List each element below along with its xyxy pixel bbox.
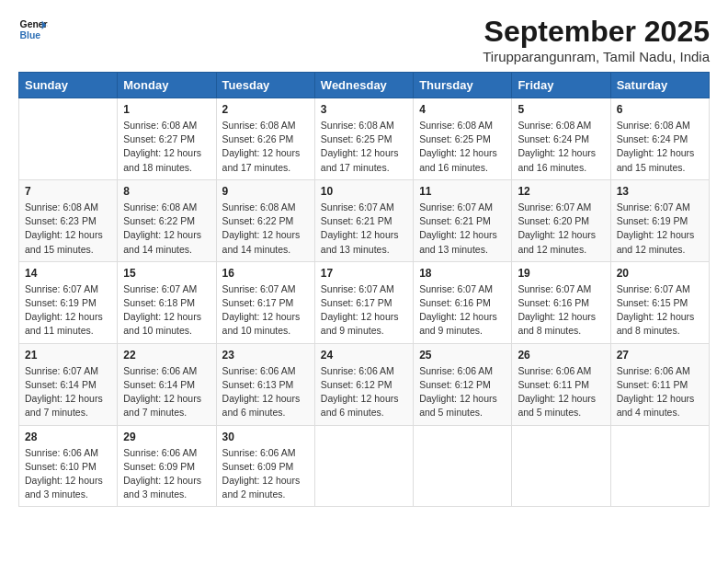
calendar-cell: 24Sunrise: 6:06 AM Sunset: 6:12 PM Dayli… xyxy=(314,343,413,425)
cell-info: Sunrise: 6:07 AM Sunset: 6:18 PM Dayligh… xyxy=(123,282,210,339)
calendar-cell: 27Sunrise: 6:06 AM Sunset: 6:11 PM Dayli… xyxy=(610,343,709,425)
calendar-cell xyxy=(610,425,709,507)
calendar-cell: 14Sunrise: 6:07 AM Sunset: 6:19 PM Dayli… xyxy=(19,261,118,343)
calendar-cell: 9Sunrise: 6:08 AM Sunset: 6:22 PM Daylig… xyxy=(216,179,314,261)
calendar-cell: 2Sunrise: 6:08 AM Sunset: 6:26 PM Daylig… xyxy=(216,98,314,180)
calendar-cell: 10Sunrise: 6:07 AM Sunset: 6:21 PM Dayli… xyxy=(314,179,413,261)
day-number: 23 xyxy=(222,349,309,362)
header: General Blue September 2025 Tirupparangu… xyxy=(18,15,710,64)
calendar-week-row: 7Sunrise: 6:08 AM Sunset: 6:23 PM Daylig… xyxy=(19,179,710,261)
calendar-cell xyxy=(314,425,413,507)
day-header-saturday: Saturday xyxy=(610,73,709,98)
day-header-friday: Friday xyxy=(512,73,610,98)
day-number: 11 xyxy=(419,185,506,198)
day-number: 10 xyxy=(321,185,407,198)
calendar-cell: 18Sunrise: 6:07 AM Sunset: 6:16 PM Dayli… xyxy=(414,261,512,343)
title-block: September 2025 Tirupparangunram, Tamil N… xyxy=(483,15,710,64)
calendar-week-row: 1Sunrise: 6:08 AM Sunset: 6:27 PM Daylig… xyxy=(19,98,710,180)
day-number: 5 xyxy=(518,103,604,116)
calendar-cell: 28Sunrise: 6:06 AM Sunset: 6:10 PM Dayli… xyxy=(19,425,118,507)
calendar-cell xyxy=(19,98,118,180)
day-number: 2 xyxy=(222,103,309,116)
calendar-cell: 23Sunrise: 6:06 AM Sunset: 6:13 PM Dayli… xyxy=(216,343,314,425)
day-number: 21 xyxy=(25,349,111,362)
cell-info: Sunrise: 6:06 AM Sunset: 6:13 PM Dayligh… xyxy=(222,364,309,420)
cell-info: Sunrise: 6:07 AM Sunset: 6:14 PM Dayligh… xyxy=(25,364,111,420)
cell-info: Sunrise: 6:07 AM Sunset: 6:17 PM Dayligh… xyxy=(222,282,309,339)
cell-info: Sunrise: 6:06 AM Sunset: 6:09 PM Dayligh… xyxy=(222,446,309,502)
cell-info: Sunrise: 6:08 AM Sunset: 6:22 PM Dayligh… xyxy=(222,201,309,257)
month-title: September 2025 xyxy=(483,15,710,49)
cell-info: Sunrise: 6:07 AM Sunset: 6:20 PM Dayligh… xyxy=(518,201,604,257)
day-number: 1 xyxy=(123,103,210,116)
cell-info: Sunrise: 6:06 AM Sunset: 6:09 PM Dayligh… xyxy=(123,446,210,502)
calendar-cell: 12Sunrise: 6:07 AM Sunset: 6:20 PM Dayli… xyxy=(512,179,610,261)
calendar-cell xyxy=(414,425,512,507)
cell-info: Sunrise: 6:06 AM Sunset: 6:12 PM Dayligh… xyxy=(321,364,407,420)
calendar-header-row: SundayMondayTuesdayWednesdayThursdayFrid… xyxy=(19,73,710,98)
calendar-cell: 19Sunrise: 6:07 AM Sunset: 6:16 PM Dayli… xyxy=(512,261,610,343)
cell-info: Sunrise: 6:08 AM Sunset: 6:25 PM Dayligh… xyxy=(321,119,407,175)
day-header-thursday: Thursday xyxy=(414,73,512,98)
cell-info: Sunrise: 6:06 AM Sunset: 6:11 PM Dayligh… xyxy=(617,364,703,420)
cell-info: Sunrise: 6:08 AM Sunset: 6:22 PM Dayligh… xyxy=(123,201,210,257)
cell-info: Sunrise: 6:08 AM Sunset: 6:27 PM Dayligh… xyxy=(123,119,210,175)
calendar-cell: 4Sunrise: 6:08 AM Sunset: 6:25 PM Daylig… xyxy=(414,98,512,180)
cell-info: Sunrise: 6:06 AM Sunset: 6:14 PM Dayligh… xyxy=(123,364,210,420)
cell-info: Sunrise: 6:08 AM Sunset: 6:24 PM Dayligh… xyxy=(617,119,703,175)
cell-info: Sunrise: 6:06 AM Sunset: 6:11 PM Dayligh… xyxy=(518,364,604,420)
day-header-sunday: Sunday xyxy=(19,73,118,98)
day-number: 4 xyxy=(419,103,506,116)
day-number: 14 xyxy=(25,267,111,280)
calendar-week-row: 14Sunrise: 6:07 AM Sunset: 6:19 PM Dayli… xyxy=(19,261,710,343)
cell-info: Sunrise: 6:07 AM Sunset: 6:16 PM Dayligh… xyxy=(518,282,604,339)
calendar-cell: 16Sunrise: 6:07 AM Sunset: 6:17 PM Dayli… xyxy=(216,261,314,343)
cell-info: Sunrise: 6:08 AM Sunset: 6:25 PM Dayligh… xyxy=(419,119,506,175)
day-header-monday: Monday xyxy=(118,73,216,98)
calendar-cell: 3Sunrise: 6:08 AM Sunset: 6:25 PM Daylig… xyxy=(314,98,413,180)
calendar-cell: 30Sunrise: 6:06 AM Sunset: 6:09 PM Dayli… xyxy=(216,425,314,507)
cell-info: Sunrise: 6:07 AM Sunset: 6:17 PM Dayligh… xyxy=(321,282,407,339)
cell-info: Sunrise: 6:06 AM Sunset: 6:12 PM Dayligh… xyxy=(419,364,506,420)
day-number: 8 xyxy=(123,185,210,198)
day-number: 17 xyxy=(321,267,407,280)
cell-info: Sunrise: 6:08 AM Sunset: 6:24 PM Dayligh… xyxy=(518,119,604,175)
day-number: 18 xyxy=(419,267,506,280)
calendar-cell xyxy=(512,425,610,507)
cell-info: Sunrise: 6:07 AM Sunset: 6:19 PM Dayligh… xyxy=(25,282,111,339)
day-number: 7 xyxy=(25,185,111,198)
day-number: 6 xyxy=(617,103,703,116)
calendar-cell: 7Sunrise: 6:08 AM Sunset: 6:23 PM Daylig… xyxy=(19,179,118,261)
svg-text:Blue: Blue xyxy=(20,30,41,40)
calendar-cell: 21Sunrise: 6:07 AM Sunset: 6:14 PM Dayli… xyxy=(19,343,118,425)
calendar-week-row: 21Sunrise: 6:07 AM Sunset: 6:14 PM Dayli… xyxy=(19,343,710,425)
cell-info: Sunrise: 6:08 AM Sunset: 6:26 PM Dayligh… xyxy=(222,119,309,175)
cell-info: Sunrise: 6:07 AM Sunset: 6:21 PM Dayligh… xyxy=(419,201,506,257)
calendar-table: SundayMondayTuesdayWednesdayThursdayFrid… xyxy=(18,72,710,507)
day-number: 13 xyxy=(617,185,703,198)
day-number: 30 xyxy=(222,431,309,443)
day-number: 16 xyxy=(222,267,309,280)
day-number: 27 xyxy=(617,349,703,362)
day-header-wednesday: Wednesday xyxy=(314,73,413,98)
calendar-cell: 6Sunrise: 6:08 AM Sunset: 6:24 PM Daylig… xyxy=(610,98,709,180)
cell-info: Sunrise: 6:07 AM Sunset: 6:19 PM Dayligh… xyxy=(617,201,703,257)
day-number: 15 xyxy=(123,267,210,280)
location-title: Tirupparangunram, Tamil Nadu, India xyxy=(483,49,710,64)
day-number: 26 xyxy=(518,349,604,362)
day-header-tuesday: Tuesday xyxy=(216,73,314,98)
day-number: 9 xyxy=(222,185,309,198)
day-number: 29 xyxy=(123,431,210,443)
cell-info: Sunrise: 6:08 AM Sunset: 6:23 PM Dayligh… xyxy=(25,201,111,257)
calendar-cell: 20Sunrise: 6:07 AM Sunset: 6:15 PM Dayli… xyxy=(610,261,709,343)
calendar-cell: 15Sunrise: 6:07 AM Sunset: 6:18 PM Dayli… xyxy=(118,261,216,343)
day-number: 22 xyxy=(123,349,210,362)
calendar-cell: 13Sunrise: 6:07 AM Sunset: 6:19 PM Dayli… xyxy=(610,179,709,261)
cell-info: Sunrise: 6:07 AM Sunset: 6:15 PM Dayligh… xyxy=(617,282,703,339)
day-number: 24 xyxy=(321,349,407,362)
calendar-cell: 25Sunrise: 6:06 AM Sunset: 6:12 PM Dayli… xyxy=(414,343,512,425)
cell-info: Sunrise: 6:07 AM Sunset: 6:16 PM Dayligh… xyxy=(419,282,506,339)
calendar-cell: 1Sunrise: 6:08 AM Sunset: 6:27 PM Daylig… xyxy=(118,98,216,180)
day-number: 12 xyxy=(518,185,604,198)
cell-info: Sunrise: 6:06 AM Sunset: 6:10 PM Dayligh… xyxy=(25,446,111,502)
